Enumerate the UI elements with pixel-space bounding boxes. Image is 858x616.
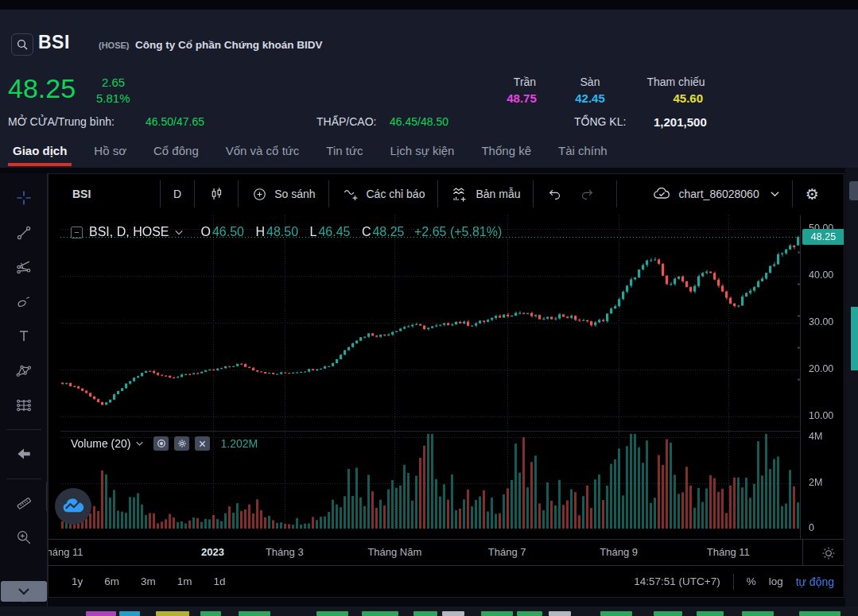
- reference-label: Tham chiếu: [644, 76, 708, 88]
- toolbar-scroll-down-button[interactable]: [1, 581, 47, 602]
- peek-text-fragment: [697, 611, 724, 616]
- ticker-symbol[interactable]: BSI: [38, 32, 70, 53]
- price-scale[interactable]: 50.0040.0030.0020.0010.004M2M048.25: [800, 215, 844, 539]
- peek-text-fragment: [799, 611, 841, 616]
- chart-style-button[interactable]: [195, 180, 238, 207]
- toolbar-divider: [6, 478, 41, 479]
- interval-button[interactable]: D: [161, 180, 194, 207]
- template-waves-icon: [451, 185, 469, 203]
- compare-label: So sánh: [274, 188, 315, 200]
- chart-toolbar: BSI D So sánh Các chỉ báo Bản mẫu: [49, 174, 844, 214]
- volume-scale-tick: 2M: [809, 477, 822, 488]
- trend-line-tool-icon[interactable]: [10, 222, 37, 242]
- time-axis-label: Tháng Năm: [367, 546, 421, 558]
- scale-handle-dot: [798, 315, 800, 317]
- range-button-1d[interactable]: 1d: [208, 573, 231, 590]
- peek-text-fragment: [362, 611, 398, 616]
- templates-button[interactable]: Bản mẫu: [438, 180, 533, 207]
- company-name: Công ty Cổ phần Chứng khoán BIDV: [135, 39, 323, 51]
- time-axis-label: Tháng 9: [600, 546, 638, 558]
- chart-settings-button[interactable]: ⚙: [793, 180, 832, 207]
- zoom-in-icon[interactable]: [10, 527, 37, 548]
- peek-text-fragment: [549, 611, 571, 616]
- right-panel-gray-fragment[interactable]: [849, 181, 858, 200]
- measure-ruler-icon[interactable]: [10, 493, 37, 513]
- peek-text-fragment: [86, 611, 116, 616]
- undo-button[interactable]: [534, 180, 577, 207]
- date-range-buttons: 1y6m3m1m1d: [49, 573, 231, 590]
- peek-text-fragment: [600, 611, 632, 616]
- right-panel-teal-fragment: [851, 307, 858, 370]
- indicators-button[interactable]: Các chỉ báo: [329, 180, 438, 207]
- gann-fibonacci-tool-icon[interactable]: [10, 257, 37, 277]
- axis-corner-divider: [802, 540, 803, 566]
- tab-5[interactable]: Tin tức: [324, 133, 364, 168]
- back-arrow-icon[interactable]: [10, 444, 37, 464]
- volume-scale-tick: 0: [809, 522, 814, 533]
- right-edge-panel: [845, 168, 858, 616]
- price-scale-tick: 30.00: [809, 316, 833, 327]
- reference-price: 45.60: [655, 91, 703, 105]
- tab-1[interactable]: Giao dịch: [11, 133, 68, 168]
- theme-sun-icon[interactable]: [812, 543, 844, 564]
- volume-visibility-button[interactable]: [153, 436, 169, 451]
- volume-settings-button[interactable]: [174, 436, 189, 451]
- scale-handle-dot: [798, 251, 800, 254]
- plus-circle-icon: [251, 186, 268, 203]
- candlestick-icon: [208, 185, 225, 203]
- chevron-down-icon[interactable]: [175, 230, 183, 235]
- tab-6[interactable]: Lịch sự kiện: [389, 133, 456, 168]
- undo-arrow-icon: [546, 185, 564, 203]
- price-scale-tick: 20.00: [809, 363, 833, 374]
- chart-provider-logo[interactable]: [55, 488, 91, 525]
- tab-3[interactable]: Cổ đông: [152, 133, 200, 168]
- tab-2[interactable]: Hồ sơ: [92, 133, 128, 168]
- volume-scale-tick: 4M: [809, 431, 822, 442]
- volume-remove-button[interactable]: [195, 436, 210, 451]
- volume-legend-label[interactable]: Volume (20): [71, 437, 130, 450]
- chart-symbol-button[interactable]: BSI: [49, 180, 160, 207]
- legend-collapse-icon[interactable]: −: [71, 227, 83, 238]
- chevron-down-icon[interactable]: [136, 441, 143, 446]
- tab-7[interactable]: Thống kê: [479, 133, 533, 168]
- range-button-1y[interactable]: 1y: [66, 573, 88, 590]
- peek-text-fragment: [316, 611, 348, 616]
- low-high-value: 46.45/48.50: [390, 115, 448, 128]
- peek-text-fragment: [156, 611, 189, 616]
- tab-8[interactable]: Tài chính: [557, 133, 609, 168]
- log-scale-button[interactable]: log: [769, 575, 783, 587]
- peek-text-fragment: [517, 611, 542, 616]
- compare-button[interactable]: So sánh: [239, 180, 328, 207]
- chevron-down-icon: [771, 191, 779, 197]
- symbol-search-button[interactable]: [11, 33, 33, 56]
- xabcd-pattern-tool-icon[interactable]: [10, 360, 37, 381]
- indicator-wave-icon: [342, 185, 360, 203]
- tab-4[interactable]: Vốn và cổ tức: [224, 133, 301, 168]
- projection-tool-icon[interactable]: [10, 395, 37, 416]
- peek-text-fragment: [442, 611, 464, 616]
- percent-scale-button[interactable]: %: [747, 575, 756, 587]
- candlestick-chart-canvas[interactable]: [60, 215, 800, 539]
- open-average-value: 46.50/47.65: [146, 115, 204, 128]
- range-button-6m[interactable]: 6m: [99, 573, 125, 590]
- last-price: 48.25: [8, 73, 76, 104]
- quote-header: BSI (HOSE) Công ty Cổ phần Chứng khoán B…: [0, 10, 858, 133]
- redo-button[interactable]: [577, 180, 608, 207]
- clock[interactable]: 14:57:51 (UTC+7): [634, 575, 720, 587]
- crosshair-tool-icon[interactable]: [10, 188, 37, 208]
- floor-price: 42.45: [566, 91, 614, 105]
- range-button-1m[interactable]: 1m: [172, 573, 198, 590]
- brush-tool-icon[interactable]: [10, 291, 37, 312]
- time-axis-label: tháng 11: [48, 546, 83, 558]
- gear-icon: ⚙: [806, 187, 819, 202]
- total-volume-value: 1,201,500: [654, 115, 707, 129]
- text-tool-icon[interactable]: [10, 326, 37, 347]
- auto-scale-button[interactable]: tự động: [796, 575, 834, 588]
- range-button-3m[interactable]: 3m: [135, 573, 161, 590]
- time-axis[interactable]: tháng 112023Tháng 3Tháng NămTháng 7Tháng…: [49, 539, 844, 565]
- volume-legend: Volume (20) 1.202M: [71, 436, 258, 451]
- legend-title[interactable]: BSI, D, HOSE: [89, 225, 169, 239]
- saved-chart-name: chart_86028060: [678, 188, 759, 200]
- time-axis-label: Tháng 11: [707, 546, 750, 558]
- saved-chart-button[interactable]: chart_86028060: [639, 180, 791, 207]
